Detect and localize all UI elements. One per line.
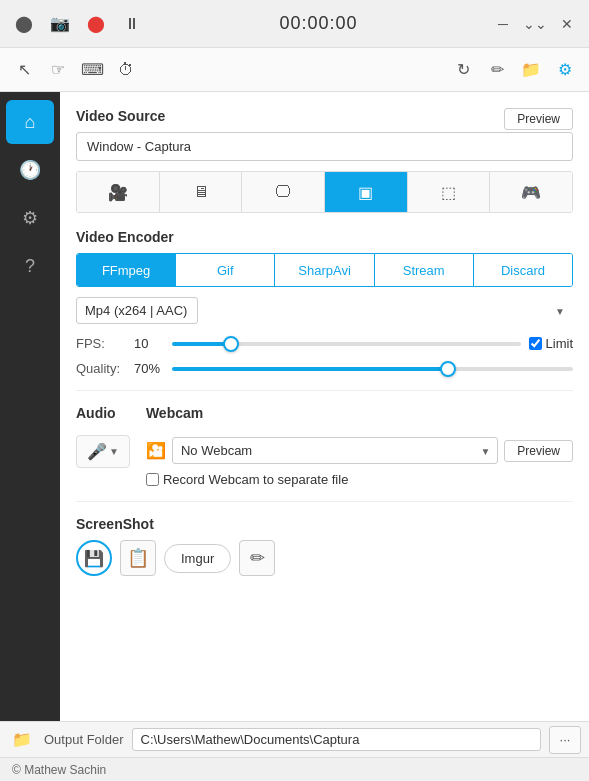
- quality-slider-row: Quality: 70%: [76, 361, 573, 376]
- record-button[interactable]: ⬤: [80, 8, 112, 40]
- webcam-section: Webcam 🎦 No Webcam Preview Record Webcam…: [146, 405, 573, 487]
- tab-gif[interactable]: Gif: [176, 254, 275, 286]
- sidebar-item-settings[interactable]: ⚙: [6, 196, 54, 240]
- webcam-icon: 🎥: [108, 183, 128, 202]
- webcam-title: Webcam: [146, 405, 573, 421]
- save-disk-icon: 💾: [84, 549, 104, 568]
- region-source-button[interactable]: ▣: [325, 172, 408, 212]
- pause-button[interactable]: ⏸: [116, 8, 148, 40]
- video-source-icon-row: 🎥 🖥 🖵 ▣ ⬚ 🎮: [76, 171, 573, 213]
- webcam-select-wrapper: No Webcam: [172, 437, 498, 464]
- screenshot-pen-button[interactable]: ✏: [239, 540, 275, 576]
- sidebar: ⌂ 🕐 ⚙ ?: [0, 92, 60, 721]
- webcam-select[interactable]: No Webcam: [172, 437, 498, 464]
- output-folder-label: Output Folder: [44, 732, 124, 747]
- fps-limit-label[interactable]: Limit: [529, 336, 573, 351]
- fps-label: FPS:: [76, 336, 126, 351]
- fps-slider[interactable]: [172, 342, 521, 346]
- fps-limit-text: Limit: [546, 336, 573, 351]
- fps-value: 10: [134, 336, 164, 351]
- crop-icon: ⬚: [441, 183, 456, 202]
- keyboard-button[interactable]: ⌨: [76, 54, 108, 86]
- tab-sharpavi[interactable]: SharpAvi: [275, 254, 374, 286]
- settings-icon: ⚙: [22, 207, 38, 229]
- audio-webcam-row: Audio 🎤 ▼ Webcam 🎦 No Webcam Preview: [76, 405, 573, 487]
- webcam-separate-file-label[interactable]: Record Webcam to separate file: [146, 472, 573, 487]
- screenshot-title: ScreenShot: [76, 516, 573, 532]
- audio-section: Audio 🎤 ▼: [76, 405, 130, 468]
- video-source-input[interactable]: [76, 132, 573, 161]
- output-folder-icon-button[interactable]: 📁: [8, 726, 36, 754]
- settings-button[interactable]: ⚙: [549, 54, 581, 86]
- divider-2: [76, 501, 573, 502]
- copyright-text: © Mathew Sachin: [12, 763, 106, 777]
- footer-bar: 📁 Output Folder C:\Users\Mathew\Document…: [0, 721, 589, 757]
- quality-value: 70%: [134, 361, 164, 376]
- monitor-window-icon: 🖥: [193, 183, 209, 201]
- screenshot-button[interactable]: 📷: [44, 8, 76, 40]
- screenshot-icons-row: 💾 📋 Imgur ✏: [76, 540, 573, 576]
- timer-button[interactable]: ⏱: [110, 54, 142, 86]
- video-encoder-title: Video Encoder: [76, 229, 573, 245]
- toolbar: ↖ ☞ ⌨ ⏱ ↻ ✏ 📁 ⚙: [0, 48, 589, 92]
- webcam-source-button[interactable]: 🎥: [77, 172, 160, 212]
- tab-discard[interactable]: Discard: [474, 254, 572, 286]
- maximize-button[interactable]: ⌄⌄: [521, 10, 549, 38]
- sidebar-item-help[interactable]: ?: [6, 244, 54, 288]
- app-icon-button[interactable]: ⬤: [8, 8, 40, 40]
- sidebar-item-history[interactable]: 🕐: [6, 148, 54, 192]
- webcam-separate-file-text: Record Webcam to separate file: [163, 472, 348, 487]
- timer-display: 00:00:00: [152, 13, 485, 34]
- tab-stream[interactable]: Stream: [375, 254, 474, 286]
- crop-source-button[interactable]: ⬚: [408, 172, 491, 212]
- history-icon: 🕐: [19, 159, 41, 181]
- screenshot-imgur-button[interactable]: Imgur: [164, 544, 231, 573]
- video-source-preview-button[interactable]: Preview: [504, 108, 573, 130]
- gamepad-source-button[interactable]: 🎮: [490, 172, 572, 212]
- fullmonitor-source-button[interactable]: 🖵: [242, 172, 325, 212]
- open-folder-button[interactable]: 📁: [515, 54, 547, 86]
- window-source-button[interactable]: 🖥: [160, 172, 243, 212]
- tab-ffmpeg[interactable]: FFmpeg: [77, 254, 176, 286]
- region-icon: ▣: [358, 183, 373, 202]
- screenshot-save-button[interactable]: 💾: [76, 540, 112, 576]
- mic-button[interactable]: 🎤 ▼: [76, 435, 130, 468]
- video-source-title: Video Source: [76, 108, 573, 124]
- webcam-preview-button[interactable]: Preview: [504, 440, 573, 462]
- quality-label: Quality:: [76, 361, 126, 376]
- video-encoder-section: Video Encoder FFmpeg Gif SharpAvi Stream…: [76, 229, 573, 376]
- title-bar: ⬤ 📷 ⬤ ⏸ 00:00:00 ─ ⌄⌄ ✕: [0, 0, 589, 48]
- screenshot-clipboard-button[interactable]: 📋: [120, 540, 156, 576]
- main-area: ⌂ 🕐 ⚙ ? Preview Video Source 🎥 🖥: [0, 92, 589, 721]
- output-folder-path: C:\Users\Mathew\Documents\Captura: [132, 728, 542, 751]
- fps-limit-checkbox[interactable]: [529, 337, 542, 350]
- quality-slider[interactable]: [172, 367, 573, 371]
- webcam-cam-icon: 🎦: [146, 441, 166, 460]
- status-bar: © Mathew Sachin: [0, 757, 589, 781]
- close-button[interactable]: ✕: [553, 10, 581, 38]
- audio-title: Audio: [76, 405, 130, 421]
- encoder-tab-row: FFmpeg Gif SharpAvi Stream Discard: [76, 253, 573, 287]
- minimize-button[interactable]: ─: [489, 10, 517, 38]
- sidebar-item-home[interactable]: ⌂: [6, 100, 54, 144]
- codec-select-row: Mp4 (x264 | AAC) Mp4 (x265 | AAC) Avi Og…: [76, 297, 573, 324]
- content-area: Preview Video Source 🎥 🖥 🖵 ▣ ⬚: [60, 92, 589, 721]
- cursor-tool-button[interactable]: ↖: [8, 54, 40, 86]
- mic-icon: 🎤: [87, 442, 107, 461]
- divider-1: [76, 390, 573, 391]
- mic-chevron-icon: ▼: [109, 446, 119, 457]
- footer-more-button[interactable]: ···: [549, 726, 581, 754]
- gamepad-icon: 🎮: [521, 183, 541, 202]
- refresh-button[interactable]: ↻: [447, 54, 479, 86]
- pen-button[interactable]: ✏: [481, 54, 513, 86]
- hand-tool-button[interactable]: ☞: [42, 54, 74, 86]
- codec-select[interactable]: Mp4 (x264 | AAC) Mp4 (x265 | AAC) Avi Og…: [76, 297, 198, 324]
- clipboard-icon: 📋: [127, 547, 149, 569]
- webcam-select-row: 🎦 No Webcam Preview: [146, 437, 573, 464]
- fps-slider-row: FPS: 10 Limit: [76, 336, 573, 351]
- screenshot-section: ScreenShot 💾 📋 Imgur ✏: [76, 516, 573, 576]
- codec-select-wrapper: Mp4 (x264 | AAC) Mp4 (x265 | AAC) Avi Og…: [76, 297, 573, 324]
- full-monitor-icon: 🖵: [275, 183, 291, 201]
- webcam-separate-file-checkbox[interactable]: [146, 473, 159, 486]
- home-icon: ⌂: [25, 112, 36, 133]
